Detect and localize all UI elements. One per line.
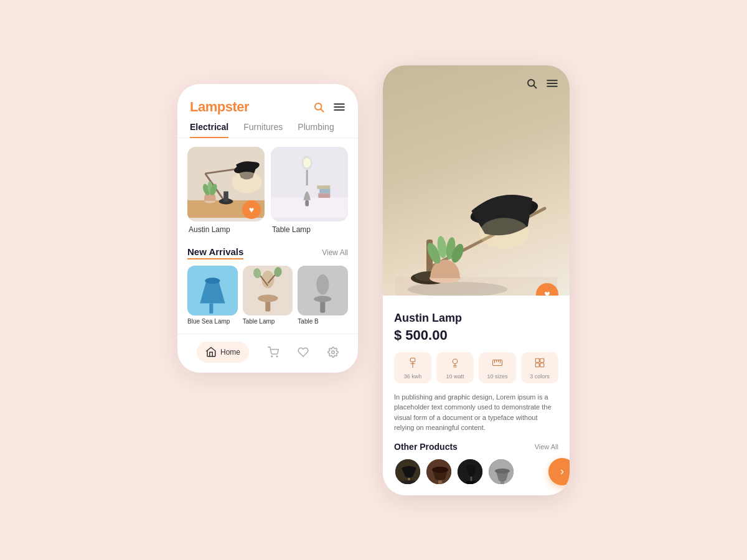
p2-details: Austin Lamp $ 500.00 36 kwh	[383, 296, 570, 495]
p2-header-icons	[526, 78, 558, 89]
blue-sea-label: Blue Sea Lamp	[187, 318, 238, 325]
svg-point-86	[495, 469, 510, 474]
nav-home[interactable]: Home	[197, 342, 249, 363]
ruler-icon	[492, 357, 503, 371]
spec-sizes-label: 10 sizes	[487, 373, 507, 380]
new-arrivals-header: New Arrivals View All	[177, 240, 358, 266]
arrival-blue-sea[interactable]: Blue Sea Lamp	[187, 266, 238, 325]
svg-line-45	[533, 85, 536, 88]
plug-icon	[407, 357, 418, 371]
svg-rect-71	[535, 358, 539, 362]
nav-favorites[interactable]	[298, 347, 309, 358]
p1-header: Lampster	[177, 84, 358, 121]
svg-rect-23	[318, 193, 330, 198]
new-arrivals-list: Blue Sea Lamp	[177, 266, 358, 334]
p2-price: $ 500.00	[394, 327, 558, 343]
svg-point-56	[479, 218, 529, 249]
svg-rect-73	[535, 363, 539, 366]
svg-point-41	[271, 356, 273, 357]
p2-product-image-section: ♥	[383, 65, 570, 296]
svg-rect-74	[540, 363, 544, 366]
svg-rect-18	[271, 197, 348, 218]
spec-kwh: 36 kwh	[394, 352, 431, 383]
svg-point-12	[232, 172, 262, 193]
svg-point-40	[317, 274, 329, 294]
new-arrivals-title: New Arrivals	[187, 246, 243, 259]
blue-sea-lamp-image	[187, 266, 238, 315]
austin-lamp-fav-button[interactable]: ♥	[242, 200, 261, 219]
other-products-list	[394, 458, 558, 485]
svg-rect-11	[223, 191, 228, 201]
new-arrivals-view-all[interactable]: View All	[322, 248, 348, 257]
arrival-table-b[interactable]: Table B	[298, 266, 348, 325]
bulb-icon	[449, 357, 461, 371]
nav-plumbing[interactable]: Plumbing	[298, 122, 334, 138]
product-table-lamp[interactable]: Table Lamp	[271, 147, 348, 234]
p2-product-name: Austin Lamp	[394, 312, 558, 325]
table-lamp2-image	[243, 266, 293, 315]
table-lamp-label: Table Lamp	[271, 225, 348, 234]
svg-rect-19	[305, 200, 309, 206]
spec-watt-label: 10 watt	[446, 373, 464, 380]
bottom-nav: Home	[177, 334, 358, 373]
scene: Lampster Electric	[153, 40, 594, 520]
svg-rect-24	[319, 188, 330, 193]
svg-rect-66	[493, 360, 502, 365]
svg-point-76	[400, 480, 418, 485]
table-lamp-image	[271, 147, 348, 222]
other-product-4[interactable]	[487, 458, 515, 485]
other-product-3[interactable]	[456, 458, 484, 485]
product-description: In publishing and graphic design, Lorem …	[394, 392, 558, 433]
nav-cart[interactable]	[268, 347, 279, 358]
logo-orange: ster	[225, 99, 249, 114]
svg-rect-27	[209, 303, 213, 313]
svg-point-80	[432, 467, 448, 473]
p1-header-icons	[313, 101, 345, 113]
nav-furnitures[interactable]: Furnitures	[243, 122, 283, 138]
svg-rect-25	[317, 185, 330, 189]
spec-sizes: 10 sizes	[479, 352, 516, 383]
svg-rect-72	[540, 358, 544, 362]
other-products-view-all[interactable]: View All	[535, 443, 558, 450]
p1-featured-products: Austin Lamp ♥	[177, 147, 358, 240]
table-b-image	[298, 266, 348, 315]
austin-lamp-label: Austin Lamp	[187, 225, 265, 234]
other-product-2[interactable]	[425, 458, 453, 485]
p2-specs: 36 kwh 10 watt 10	[394, 352, 558, 383]
svg-point-43	[332, 350, 335, 353]
svg-point-31	[258, 294, 278, 302]
phone2: ♥ Austin Lamp $ 500.00 36 kwh	[383, 65, 570, 495]
search-button[interactable]	[313, 101, 324, 113]
p2-menu-button[interactable]	[546, 78, 558, 89]
logo-black: Lamp	[190, 99, 225, 114]
p2-search-button[interactable]	[526, 78, 537, 89]
table-b-label: Table B	[298, 318, 348, 325]
nav-electrical[interactable]: Electrical	[190, 122, 228, 138]
nav-home-label: Home	[220, 348, 240, 357]
palette-icon	[534, 357, 545, 371]
svg-point-28	[205, 278, 220, 284]
logo: Lampster	[190, 99, 249, 115]
lamp-illustration	[395, 84, 557, 296]
spec-colors: 3 colors	[521, 352, 558, 383]
spec-kwh-label: 36 kwh	[404, 373, 422, 380]
phone1: Lampster Electric	[177, 84, 358, 373]
other-product-1[interactable]	[394, 458, 421, 485]
svg-point-65	[453, 359, 458, 364]
other-products-title: Other Products	[394, 442, 458, 452]
svg-point-42	[276, 356, 278, 357]
svg-point-22	[303, 158, 310, 167]
nav-settings[interactable]	[327, 347, 339, 358]
svg-rect-38	[321, 300, 326, 312]
spec-colors-label: 3 colors	[530, 373, 550, 380]
spec-watt: 10 watt	[436, 352, 474, 383]
product-austin-lamp[interactable]: Austin Lamp ♥	[187, 147, 265, 234]
p1-nav: Electrical Furnitures Plumbing	[177, 121, 358, 138]
next-button[interactable]: ›	[548, 458, 570, 485]
menu-button[interactable]	[333, 103, 345, 111]
arrival-table-lamp[interactable]: Table Lamp	[243, 266, 293, 325]
svg-line-1	[321, 109, 323, 111]
svg-point-39	[314, 296, 332, 302]
table-lamp2-label: Table Lamp	[243, 318, 293, 325]
other-products-header: Other Products View All	[394, 442, 558, 452]
